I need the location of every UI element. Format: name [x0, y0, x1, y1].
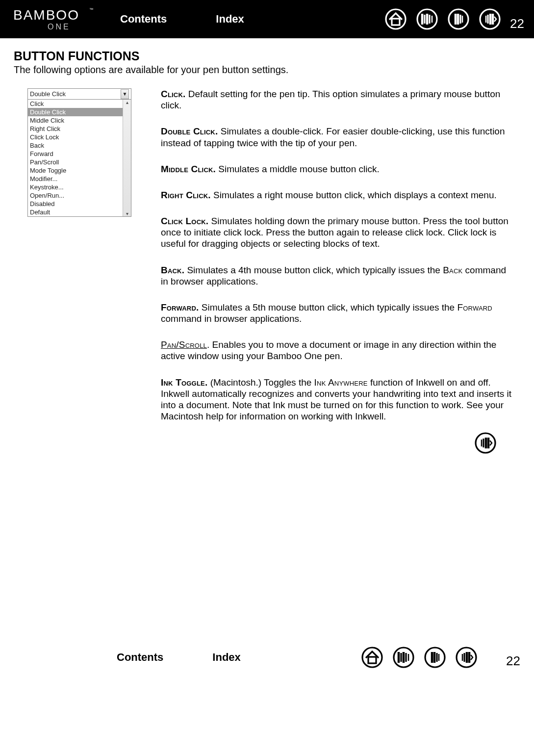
header-bar: BAMBOO ONE ™ Contents Index 22 — [0, 0, 534, 38]
body-forward-sc: Forward — [457, 302, 492, 313]
home-icon[interactable] — [361, 646, 383, 669]
body-click: Default setting for the pen tip. This op… — [161, 89, 500, 110]
next-page-icon[interactable] — [479, 8, 501, 30]
def-ink-toggle: Ink Toggle. (Macintosh.) Toggles the Ink… — [161, 377, 515, 422]
footer-bar: Contents Index 22 — [0, 646, 534, 683]
home-icon[interactable] — [384, 8, 407, 30]
body-right-click: Simulates a right mouse button click, wh… — [211, 190, 497, 200]
term-click: Click. — [161, 89, 186, 99]
body-middle-click: Simulates a middle mouse button click. — [216, 164, 380, 174]
contents-link[interactable]: Contents — [120, 13, 167, 26]
dropdown-item[interactable]: Click Lock — [28, 133, 131, 141]
footer-nav-links: Contents Index — [117, 651, 241, 664]
page-number-top: 22 — [510, 16, 524, 31]
term-ink-toggle: Ink Toggle. — [161, 377, 207, 388]
def-middle-click: Middle Click. Simulates a middle mouse b… — [161, 163, 515, 175]
svg-text:BAMBOO: BAMBOO — [13, 7, 79, 23]
body-back-a: Simulates a 4th mouse button click, whic… — [184, 265, 443, 275]
prev-page-icon[interactable] — [447, 8, 470, 30]
dropdown-item[interactable]: Pan/Scroll — [28, 158, 131, 166]
def-click-lock: Click Lock. Simulates holding down the p… — [161, 215, 515, 250]
dropdown-selected-label: Double Click — [30, 89, 66, 100]
header-icon-row — [384, 8, 501, 30]
next-page-icon[interactable] — [455, 646, 478, 669]
index-link[interactable]: Index — [212, 651, 240, 664]
body-pan-scroll: . Enables you to move a document or imag… — [161, 339, 496, 361]
dropdown-item[interactable]: Modifier... — [28, 175, 131, 183]
dropdown-item[interactable]: Click — [28, 100, 131, 108]
term-click-lock: Click Lock. — [161, 216, 208, 226]
continue-icon-row — [14, 432, 520, 454]
dropdown-caret-icon[interactable]: ▼ — [121, 89, 129, 99]
scroll-down-icon[interactable]: ▾ — [126, 211, 128, 216]
def-right-click: Right Click. Simulates a right mouse but… — [161, 189, 515, 201]
svg-text:ONE: ONE — [48, 23, 71, 31]
dropdown-item[interactable]: Mode Toggle — [28, 166, 131, 175]
body-forward-a: Simulates a 5th mouse button click, whic… — [199, 302, 457, 313]
index-link[interactable]: Index — [216, 13, 244, 26]
footer-icon-row — [361, 646, 478, 669]
dropdown-item[interactable]: Disabled — [28, 200, 131, 208]
intro-text: The following options are available for … — [14, 64, 520, 76]
definitions-column: Click. Default setting for the pen tip. … — [161, 88, 520, 422]
dropdown-item[interactable]: Open/Run... — [28, 191, 131, 200]
button-function-dropdown[interactable]: Double Click ▼ ClickDouble ClickMiddle C… — [27, 88, 131, 217]
term-double-click: Double Click. — [161, 126, 218, 136]
bamboo-one-logo: BAMBOO ONE ™ — [0, 6, 96, 32]
prev-page-icon[interactable] — [424, 646, 446, 669]
svg-text:™: ™ — [89, 7, 93, 12]
def-click: Click. Default setting for the pen tip. … — [161, 88, 515, 111]
dropdown-item[interactable]: Forward — [28, 150, 131, 158]
term-right-click: Right Click. — [161, 190, 211, 200]
body-forward-b: command in browser applications. — [161, 313, 302, 324]
term-pan-scroll[interactable]: Pan/Scroll — [161, 339, 207, 350]
dropdown-selected[interactable]: Double Click ▼ — [28, 89, 131, 100]
def-forward: Forward. Simulates a 5th mouse button cl… — [161, 302, 515, 324]
page-content: BUTTON FUNCTIONS The following options a… — [0, 38, 534, 459]
body-back-sc: Back — [443, 265, 462, 275]
first-page-icon[interactable] — [416, 8, 438, 30]
contents-link[interactable]: Contents — [117, 651, 163, 664]
def-back: Back. Simulates a 4th mouse button click… — [161, 264, 515, 287]
next-page-icon[interactable] — [474, 432, 497, 454]
scroll-up-icon[interactable]: ▴ — [126, 100, 128, 105]
dropdown-item[interactable]: Middle Click — [28, 116, 131, 125]
dropdown-item[interactable]: Right Click — [28, 125, 131, 133]
first-page-icon[interactable] — [392, 646, 415, 669]
body-ink-a: (Macintosh.) Toggles the — [207, 377, 314, 388]
page-number-bottom: 22 — [506, 653, 520, 669]
dropdown-list[interactable]: ClickDouble ClickMiddle ClickRight Click… — [28, 100, 131, 216]
term-forward: Forward. — [161, 302, 199, 313]
dropdown-item[interactable]: Back — [28, 141, 131, 150]
dropdown-item[interactable]: Keystroke... — [28, 183, 131, 191]
term-middle-click: Middle Click. — [161, 164, 216, 174]
dropdown-scrollbar[interactable]: ▴ ▾ — [123, 100, 131, 216]
header-nav-links: Contents Index — [120, 13, 244, 26]
term-back: Back. — [161, 265, 184, 275]
body-click-lock: Simulates holding down the primary mouse… — [161, 216, 509, 249]
def-double-click: Double Click. Simulates a double-click. … — [161, 126, 515, 148]
body-ink-sc: Ink Anywhere — [314, 377, 368, 388]
def-pan-scroll: Pan/Scroll. Enables you to move a docume… — [161, 339, 515, 362]
dropdown-item[interactable]: Double Click — [28, 108, 131, 116]
page-title: BUTTON FUNCTIONS — [14, 49, 520, 63]
dropdown-item[interactable]: Default — [28, 208, 131, 216]
